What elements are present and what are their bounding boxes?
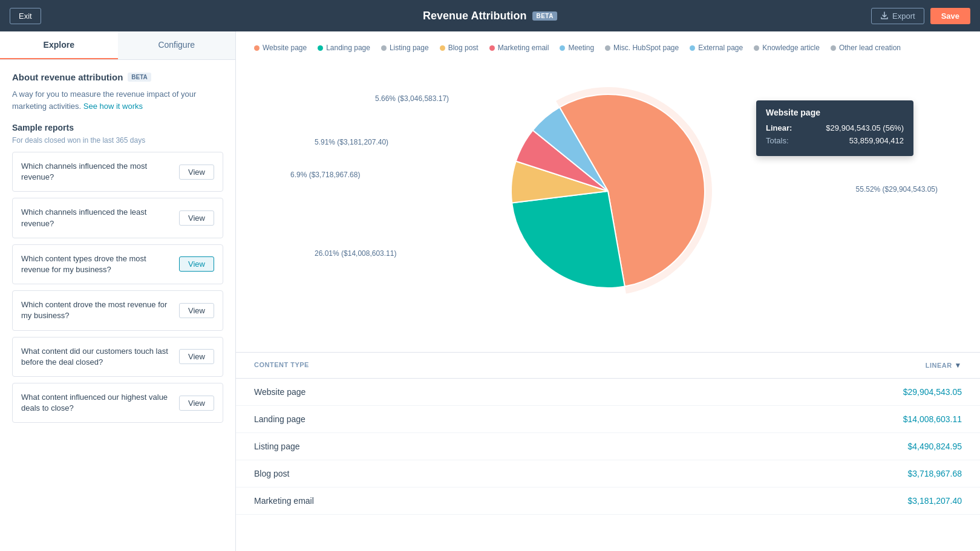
pie-chart-wrapper: 55.52% ($29,904,543.05) 26.01% ($14,008,… bbox=[254, 64, 962, 318]
sort-arrow-icon: ▼ bbox=[955, 361, 962, 370]
sample-cards: Which channels influenced the most reven… bbox=[12, 152, 223, 423]
sample-view-button-1[interactable]: View bbox=[179, 210, 214, 226]
tab-configure[interactable]: Configure bbox=[118, 31, 236, 59]
header-title: Revenue Attribution bbox=[423, 10, 526, 22]
legend-item-landing-page: Landing page bbox=[318, 44, 370, 52]
legend-dot bbox=[560, 45, 565, 51]
sample-card-text-5: What content influenced our highest valu… bbox=[21, 392, 172, 414]
sample-view-button-5[interactable]: View bbox=[179, 396, 214, 411]
legend-item-meeting: Meeting bbox=[560, 44, 594, 52]
legend-dot bbox=[690, 45, 695, 51]
tab-explore[interactable]: Explore bbox=[0, 31, 118, 59]
table-cell-value-4: $3,181,207.40 bbox=[907, 496, 962, 506]
chart-label-landing: 26.01% ($14,008,603.11) bbox=[315, 249, 396, 258]
table-col-content-type: CONTENT TYPE bbox=[254, 361, 309, 370]
tooltip-title: Website page bbox=[766, 108, 904, 117]
table-cell-value-2: $4,490,824.95 bbox=[907, 442, 962, 451]
legend-dot bbox=[754, 45, 759, 51]
tooltip-linear-value: $29,904,543.05 (56%) bbox=[826, 123, 904, 132]
table-cell-value-3: $3,718,967.68 bbox=[907, 469, 962, 478]
chart-label-meeting: 5.66% ($3,046,583.17) bbox=[375, 94, 449, 103]
chart-label-blog: 6.9% ($3,718,967.68) bbox=[290, 171, 360, 179]
sample-card-5: What content influenced our highest valu… bbox=[12, 383, 223, 423]
legend-label: Listing page bbox=[390, 44, 429, 52]
tooltip-linear-label: Linear: bbox=[766, 123, 792, 132]
sample-view-button-4[interactable]: View bbox=[179, 349, 214, 364]
table-section: CONTENT TYPE LINEAR ▼ Website page $29,9… bbox=[236, 352, 980, 515]
save-button[interactable]: Save bbox=[930, 8, 970, 24]
table-cell-value-1: $14,008,603.11 bbox=[903, 414, 962, 424]
about-title: About revenue attribution BETA bbox=[12, 72, 223, 82]
exit-button[interactable]: Exit bbox=[10, 8, 41, 24]
legend-item-marketing-email: Marketing email bbox=[489, 44, 549, 52]
sample-card-4: What content did our customers touch las… bbox=[12, 337, 223, 377]
legend-label: Blog post bbox=[448, 44, 479, 52]
legend-item-misc.-hubspot-page: Misc. HubSpot page bbox=[605, 44, 679, 52]
pie-segment-1[interactable] bbox=[512, 191, 625, 288]
legend-item-external-page: External page bbox=[690, 44, 743, 52]
table-row-1[interactable]: Landing page $14,008,603.11 bbox=[236, 406, 980, 433]
table-cell-name-0: Website page bbox=[254, 387, 305, 397]
chart-label-email: 5.91% ($3,181,207.40) bbox=[315, 138, 388, 146]
sidebar-content: About revenue attribution BETA A way for… bbox=[0, 60, 235, 551]
header-actions: Export Save bbox=[871, 8, 970, 24]
sample-card-text-2: Which content types drove the most reven… bbox=[21, 253, 172, 275]
table-cell-name-1: Landing page bbox=[254, 414, 305, 424]
sample-card-text-0: Which channels influenced the most reven… bbox=[21, 161, 172, 183]
legend-label: Meeting bbox=[568, 44, 594, 52]
sample-view-button-0[interactable]: View bbox=[179, 165, 214, 180]
legend-item-blog-post: Blog post bbox=[440, 44, 479, 52]
sidebar-tabs: Explore Configure bbox=[0, 31, 235, 60]
legend-dot bbox=[831, 45, 836, 51]
header-center: Revenue Attribution BETA bbox=[423, 10, 557, 22]
sample-view-button-2[interactable]: View bbox=[179, 256, 214, 272]
table-row-4[interactable]: Marketing email $3,181,207.40 bbox=[236, 487, 980, 515]
legend-item-knowledge-article: Knowledge article bbox=[754, 44, 820, 52]
sample-reports-subtitle: For deals closed won in the last 365 day… bbox=[12, 136, 223, 145]
table-header: CONTENT TYPE LINEAR ▼ bbox=[236, 353, 980, 379]
sample-card-text-1: Which channels influenced the least reve… bbox=[21, 207, 172, 229]
chart-area: Website pageLanding pageListing pageBlog… bbox=[236, 31, 980, 352]
legend-dot bbox=[318, 45, 323, 51]
table-row-0[interactable]: Website page $29,904,543.05 bbox=[236, 379, 980, 406]
legend-item-website-page: Website page bbox=[254, 44, 307, 52]
export-button[interactable]: Export bbox=[871, 8, 924, 24]
main-content: Website pageLanding pageListing pageBlog… bbox=[236, 31, 980, 551]
sample-card-1: Which channels influenced the least reve… bbox=[12, 198, 223, 238]
legend-label: Misc. HubSpot page bbox=[613, 44, 679, 52]
sample-card-2: Which content types drove the most reven… bbox=[12, 244, 223, 284]
legend-dot bbox=[254, 45, 260, 51]
export-icon bbox=[880, 11, 889, 20]
legend-item-other-lead-creation: Other lead creation bbox=[831, 44, 901, 52]
chart-label-website: 55.52% ($29,904,543.05) bbox=[856, 185, 938, 194]
legend-label: Knowledge article bbox=[762, 44, 820, 52]
table-rows: Website page $29,904,543.05 Landing page… bbox=[236, 379, 980, 515]
about-beta-badge: BETA bbox=[128, 73, 151, 82]
sample-card-3: Which content drove the most revenue for… bbox=[12, 290, 223, 330]
legend-dot bbox=[381, 45, 387, 51]
table-cell-name-3: Blog post bbox=[254, 469, 289, 478]
sample-view-button-3[interactable]: View bbox=[179, 303, 214, 318]
tooltip-linear-row: Linear: $29,904,543.05 (56%) bbox=[766, 123, 904, 132]
table-cell-name-4: Marketing email bbox=[254, 496, 314, 506]
sample-card-0: Which channels influenced the most reven… bbox=[12, 152, 223, 192]
sidebar: Explore Configure About revenue attribut… bbox=[0, 31, 236, 551]
legend-dot bbox=[440, 45, 445, 51]
about-description: A way for you to measure the revenue imp… bbox=[12, 88, 223, 112]
table-row-3[interactable]: Blog post $3,718,967.68 bbox=[236, 460, 980, 487]
legend-item-listing-page: Listing page bbox=[381, 44, 429, 52]
tooltip-totals-value: 53,859,904,412 bbox=[849, 136, 904, 145]
pie-chart bbox=[481, 64, 735, 318]
legend-label: Other lead creation bbox=[839, 44, 901, 52]
chart-legend: Website pageLanding pageListing pageBlog… bbox=[254, 44, 962, 52]
table-col-linear[interactable]: LINEAR ▼ bbox=[926, 361, 962, 370]
table-row-2[interactable]: Listing page $4,490,824.95 bbox=[236, 433, 980, 460]
legend-label: Website page bbox=[263, 44, 307, 52]
legend-dot bbox=[605, 45, 610, 51]
header-beta-badge: BETA bbox=[532, 11, 557, 21]
tooltip-totals-row: Totals: 53,859,904,412 bbox=[766, 136, 904, 145]
see-how-link[interactable]: See how it works bbox=[83, 102, 143, 111]
legend-label: Landing page bbox=[326, 44, 370, 52]
table-cell-name-2: Listing page bbox=[254, 442, 300, 451]
chart-tooltip: Website page Linear: $29,904,543.05 (56%… bbox=[756, 100, 913, 156]
